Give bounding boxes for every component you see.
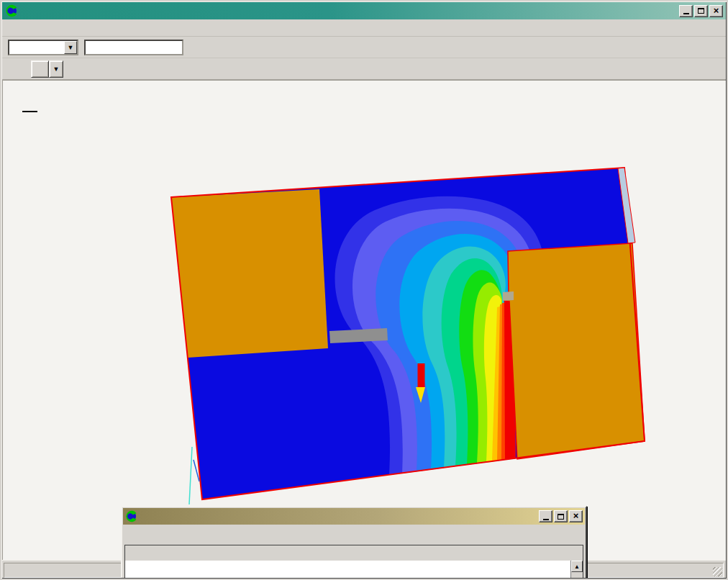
maximize-icon bbox=[558, 514, 564, 520]
object-table-scrollbar[interactable]: ▲ bbox=[570, 561, 583, 580]
inlet-notch bbox=[503, 291, 514, 301]
minimize-icon bbox=[683, 7, 689, 14]
minimize-icon bbox=[543, 513, 549, 520]
maximize-icon bbox=[698, 8, 704, 14]
close-icon: × bbox=[714, 6, 719, 15]
main-toolbar: ▼ bbox=[2, 37, 726, 58]
reset-view-button[interactable] bbox=[31, 60, 49, 78]
om-close-button[interactable]: × bbox=[569, 510, 583, 522]
blockage-right[interactable] bbox=[504, 243, 645, 459]
reset-dropdown-button[interactable]: ▼ bbox=[49, 60, 63, 78]
object-management-title-bar[interactable]: × bbox=[123, 508, 585, 525]
chevron-down-icon[interactable]: ▼ bbox=[64, 41, 77, 54]
object-management-logo-icon bbox=[125, 510, 137, 522]
om-minimize-button[interactable] bbox=[539, 510, 552, 522]
current-object-field[interactable] bbox=[84, 40, 183, 55]
cfd-scene[interactable] bbox=[3, 81, 727, 561]
app-logo-icon bbox=[5, 4, 18, 17]
close-icon: × bbox=[573, 511, 579, 520]
minimize-button[interactable] bbox=[679, 5, 693, 17]
object-management-menu-bar bbox=[122, 525, 586, 542]
maximize-button[interactable] bbox=[694, 5, 708, 17]
close-button[interactable]: × bbox=[709, 5, 723, 17]
group-combo[interactable]: ▼ bbox=[8, 40, 78, 55]
object-table-header bbox=[125, 545, 583, 561]
om-maximize-button[interactable] bbox=[554, 510, 568, 522]
object-management-window[interactable]: × ▲ bbox=[121, 506, 587, 580]
resize-grip[interactable] bbox=[713, 567, 722, 576]
blockage-left[interactable] bbox=[171, 189, 328, 358]
scroll-up-icon[interactable]: ▲ bbox=[571, 561, 583, 572]
legend-color-bar bbox=[22, 111, 37, 112]
graphics-viewport[interactable] bbox=[2, 80, 726, 560]
menu-bar bbox=[2, 19, 726, 37]
title-bar[interactable]: × bbox=[2, 2, 726, 19]
mode-toolbar: ▼ bbox=[2, 58, 726, 80]
object-table: ▲ bbox=[124, 545, 583, 580]
